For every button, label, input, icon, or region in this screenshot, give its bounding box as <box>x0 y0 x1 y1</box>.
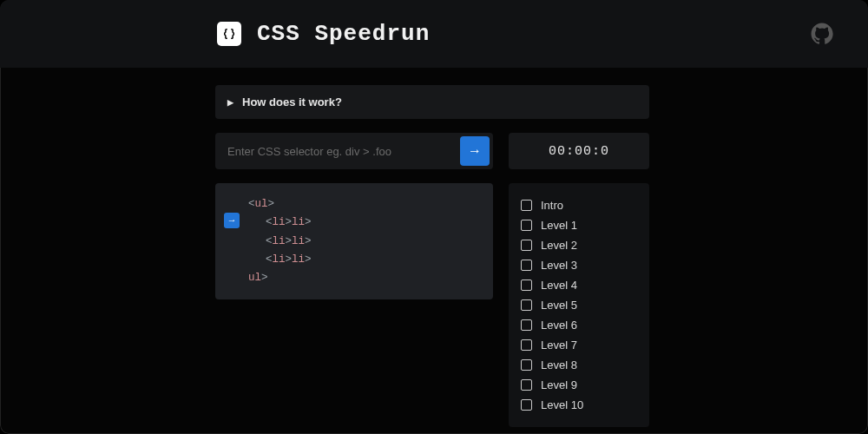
how-it-works-label: How does it work? <box>242 95 342 108</box>
level-item[interactable]: Level 4 <box>517 275 641 295</box>
level-item[interactable]: Level 2 <box>517 235 641 255</box>
selector-input[interactable] <box>227 145 460 158</box>
checkbox-icon <box>521 260 532 271</box>
checkbox-icon <box>521 200 532 211</box>
level-label: Level 8 <box>541 358 577 372</box>
level-label: Level 4 <box>541 279 577 292</box>
how-it-works-toggle[interactable]: ▶ How does it work? <box>215 85 649 119</box>
app-header: CSS Speedrun <box>0 0 868 68</box>
github-icon[interactable] <box>811 23 833 45</box>
arrow-right-icon: → <box>468 143 482 159</box>
level-label: Level 6 <box>541 319 577 332</box>
level-item[interactable]: Level 1 <box>517 215 641 235</box>
selector-input-wrap: → <box>215 133 493 169</box>
submit-button[interactable]: → <box>460 136 490 166</box>
level-label: Level 10 <box>541 398 583 411</box>
level-item[interactable]: Level 6 <box>517 315 641 335</box>
level-label: Level 7 <box>541 339 577 352</box>
level-label: Level 5 <box>541 299 577 312</box>
level-label: Level 3 <box>541 259 577 272</box>
checkbox-icon <box>521 299 532 311</box>
level-label: Level 2 <box>541 239 577 252</box>
level-item[interactable]: Level 9 <box>517 375 641 395</box>
timer-display: 00:00:0 <box>509 133 649 169</box>
level-label: Intro <box>541 199 563 212</box>
level-label: Level 9 <box>541 378 577 391</box>
level-list: IntroLevel 1Level 2Level 3Level 4Level 5… <box>509 183 649 427</box>
level-item[interactable]: Level 3 <box>517 255 641 275</box>
level-label: Level 1 <box>541 219 577 232</box>
level-item[interactable]: Intro <box>517 195 641 215</box>
line-pointer-icon: → <box>224 213 240 228</box>
code-block: <ul><li>li><li>li><li>li>ul> <box>248 195 312 287</box>
level-item[interactable]: Level 8 <box>517 355 641 375</box>
checkbox-icon <box>521 399 532 411</box>
checkbox-icon <box>521 240 532 251</box>
level-item[interactable]: Level 5 <box>517 295 641 315</box>
app-title: CSS Speedrun <box>257 21 811 47</box>
level-item[interactable]: Level 7 <box>517 335 641 355</box>
checkbox-icon <box>521 339 532 351</box>
checkbox-icon <box>521 359 532 371</box>
checkbox-icon <box>521 379 532 391</box>
chevron-right-icon: ▶ <box>227 98 233 107</box>
checkbox-icon <box>521 319 532 331</box>
checkbox-icon <box>521 220 532 231</box>
braces-icon <box>221 26 237 42</box>
app-logo <box>217 22 241 46</box>
checkbox-icon <box>521 279 532 291</box>
level-item[interactable]: Level 10 <box>517 395 641 415</box>
code-panel: → <ul><li>li><li>li><li>li>ul> <box>215 183 493 299</box>
